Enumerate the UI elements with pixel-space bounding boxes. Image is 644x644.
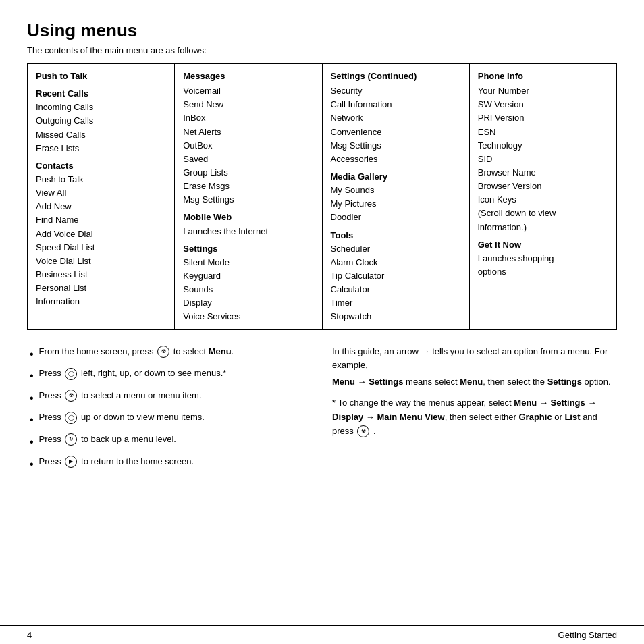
right-instructions: In this guide, an arrow → tells you to s…: [332, 345, 614, 477]
col1-header: Push to Talk: [36, 70, 166, 83]
right-text-3: * To change the way the menus appear, se…: [332, 396, 614, 438]
page-title: Using menus: [27, 20, 617, 41]
bullets-list: • From the home screen, press ☢ to selec…: [30, 345, 312, 477]
page-subtitle: The contents of the main menu are as fol…: [27, 45, 617, 55]
col2-section-settings: Settings Silent Mode Keyguard Sounds Dis…: [183, 242, 313, 324]
bullet-4: • Press ◯ up or down to view menu items.: [30, 410, 312, 429]
nav-icon-2: ◯: [65, 412, 77, 424]
menu-icon-3: ☢: [357, 425, 369, 437]
col1-section-contacts: Contacts Push to Talk View All Add New F…: [36, 159, 166, 309]
col2-section-mobile: Mobile Web Launches the Internet: [183, 211, 313, 238]
bullet-2: • Press ◯ left, right, up, or down to se…: [30, 367, 312, 385]
bullet-dot-4: •: [30, 411, 34, 429]
footer-section-title: Getting Started: [558, 630, 617, 640]
nav-icon: ◯: [65, 368, 77, 380]
col3-section-media: Media Gallery My Sounds My Pictures Dood…: [331, 170, 461, 225]
menu-icon-1: ☢: [157, 346, 169, 358]
bullet-text-3: Press ☢ to select a menu or menu item.: [39, 389, 312, 403]
bullet-text-1: From the home screen, press ☢ to select …: [39, 345, 312, 359]
menu-table: Push to Talk Recent Calls Incoming Calls…: [27, 63, 617, 330]
right-text-2: Menu → Settings means select Menu, then …: [332, 375, 614, 390]
bullet-text-4: Press ◯ up or down to view menu items.: [39, 410, 312, 425]
bullet-3: • Press ☢ to select a menu or menu item.: [30, 389, 312, 407]
back-icon: ↻: [65, 433, 77, 446]
right-text-1: In this guide, an arrow → tells you to s…: [332, 345, 614, 373]
col3-section-tools: Tools Scheduler Alarm Clock Tip Calculat…: [331, 229, 461, 324]
col3-header: Settings (Continued): [331, 70, 461, 83]
bullet-dot-1: •: [30, 346, 34, 363]
bullet-dot-2: •: [30, 367, 34, 385]
bullet-dot-5: •: [30, 433, 34, 451]
bullet-dot-3: •: [30, 390, 34, 407]
bullet-1: • From the home screen, press ☢ to selec…: [30, 345, 312, 363]
menu-col-1: Push to Talk Recent Calls Incoming Calls…: [28, 64, 175, 329]
bullet-text-5: Press ↻ to back up a menu level.: [39, 433, 312, 447]
instructions-section: • From the home screen, press ☢ to selec…: [27, 345, 617, 477]
end-icon: ▶: [65, 456, 77, 468]
bullet-text-2: Press ◯ left, right, up, or down to see …: [39, 367, 312, 381]
col1-section-recent: Recent Calls Incoming Calls Outgoing Cal…: [36, 87, 166, 155]
bullet-text-6: Press ▶ to return to the home screen.: [39, 455, 312, 469]
footer: 4 Getting Started: [0, 625, 644, 644]
bullet-6: • Press ▶ to return to the home screen.: [30, 455, 312, 473]
menu-icon-2: ☢: [65, 390, 77, 402]
menu-col-4: Phone Info Your Number SW Version PRI Ve…: [470, 64, 616, 329]
page-content: Using menus The contents of the main men…: [0, 0, 644, 517]
bullet-5: • Press ↻ to back up a menu level.: [30, 433, 312, 451]
col2-header: Messages: [183, 70, 313, 83]
menu-col-3: Settings (Continued) Security Call Infor…: [323, 64, 470, 329]
col4-section-getit: Get It Now Launches shopping options: [478, 238, 608, 279]
bullet-dot-6: •: [30, 456, 34, 473]
menu-col-2: Messages Voicemail Send New InBox Net Al…: [175, 64, 322, 329]
footer-page-number: 4: [27, 630, 32, 640]
col4-header: Phone Info: [478, 70, 608, 83]
